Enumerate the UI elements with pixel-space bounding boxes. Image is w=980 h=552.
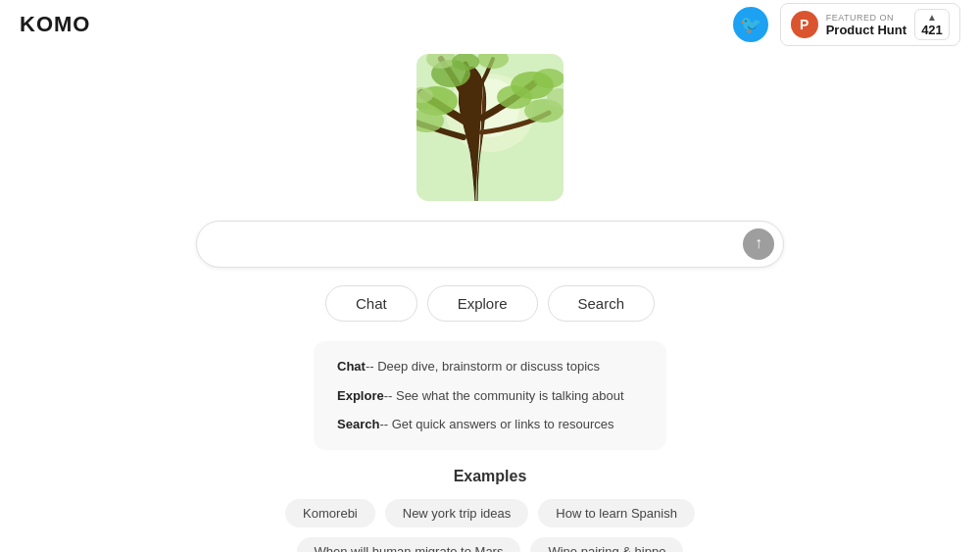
search-info-desc: -- Get quick answers or links to resourc… <box>379 417 613 431</box>
examples-row-2: When will human migrate to MarsWine pair… <box>297 537 684 553</box>
main-content: ↑ Chat Explore Search Chat-- Deep dive, … <box>0 0 980 552</box>
chat-info-line: Chat-- Deep dive, brainstorm or discuss … <box>337 357 643 376</box>
ph-featured-on: FEATURED ON <box>826 13 906 23</box>
ph-arrow-icon: ▲ <box>927 12 937 23</box>
svg-point-11 <box>497 85 532 109</box>
examples-section: Examples KomorebiNew york trip ideasHow … <box>285 468 695 553</box>
twitter-icon: 🐦 <box>740 14 761 35</box>
info-box: Chat-- Deep dive, brainstorm or discuss … <box>314 341 666 450</box>
search-info-line: Search-- Get quick answers or links to r… <box>337 415 643 434</box>
logo[interactable]: KOMO <box>20 12 90 37</box>
example-chip[interactable]: When will human migrate to Mars <box>297 537 521 553</box>
ph-count: ▲ 421 <box>914 9 950 40</box>
explore-info-line: Explore-- See what the community is talk… <box>337 386 643 406</box>
search-submit-button[interactable]: ↑ <box>743 228 774 260</box>
chat-mode-button[interactable]: Chat <box>325 285 417 322</box>
explore-mode-button[interactable]: Explore <box>427 285 538 322</box>
explore-info-desc: -- See what the community is talking abo… <box>384 388 624 403</box>
example-chip[interactable]: Wine pairing & hippo <box>530 537 683 553</box>
submit-arrow-icon: ↑ <box>755 235 762 251</box>
example-chip[interactable]: New york trip ideas <box>385 499 529 527</box>
search-container: ↑ <box>196 221 784 268</box>
example-chip[interactable]: How to learn Spanish <box>538 499 695 527</box>
ph-name: Product Hunt <box>826 23 906 37</box>
examples-title: Examples <box>454 468 527 485</box>
header-right: 🐦 P FEATURED ON Product Hunt ▲ 421 <box>733 3 960 46</box>
search-mode-button[interactable]: Search <box>548 285 656 322</box>
header: KOMO 🐦 P FEATURED ON Product Hunt ▲ 421 <box>0 0 980 49</box>
producthunt-badge[interactable]: P FEATURED ON Product Hunt ▲ 421 <box>780 3 960 46</box>
search-info-label: Search <box>337 417 379 431</box>
chat-info-desc: -- Deep dive, brainstorm or discuss topi… <box>366 359 600 374</box>
search-input[interactable] <box>196 221 784 268</box>
ph-number: 421 <box>921 23 943 37</box>
hero-image <box>416 54 564 201</box>
twitter-button[interactable]: 🐦 <box>733 7 768 42</box>
explore-info-label: Explore <box>337 388 384 403</box>
chat-info-label: Chat <box>337 359 366 374</box>
example-chip[interactable]: Komorebi <box>285 499 375 527</box>
producthunt-text: FEATURED ON Product Hunt <box>826 13 906 37</box>
svg-point-14 <box>533 69 564 88</box>
mode-buttons: Chat Explore Search <box>325 285 655 322</box>
examples-row-1: KomorebiNew york trip ideasHow to learn … <box>285 499 695 527</box>
producthunt-logo: P <box>791 11 818 38</box>
